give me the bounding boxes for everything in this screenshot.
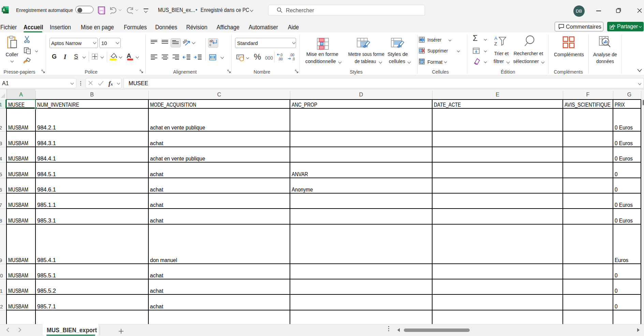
svg-text:ab: ab	[183, 38, 188, 45]
svg-text:Z: Z	[494, 41, 497, 46]
svg-text:A: A	[494, 36, 497, 41]
svg-text:.0: .0	[292, 57, 295, 61]
svg-text:X: X	[2, 8, 5, 12]
svg-text:.00: .00	[290, 53, 294, 57]
svg-text:c: c	[209, 43, 211, 47]
svg-text:.00: .00	[278, 57, 283, 61]
svg-text:.0: .0	[280, 53, 283, 57]
